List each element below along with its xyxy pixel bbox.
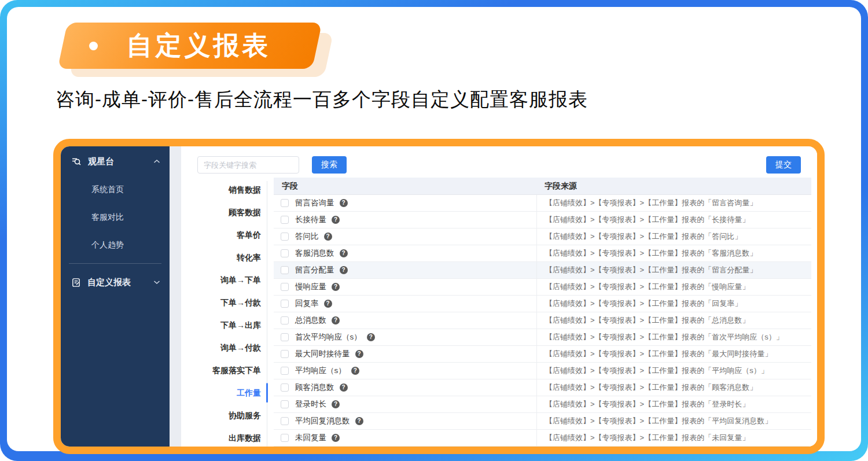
table-row: 总消息数?【店铺绩效】>【专项报表】>【工作量】报表的「总消息数」 <box>274 312 811 329</box>
help-question-icon[interactable]: ? <box>355 417 363 425</box>
category-item[interactable]: 转化率 <box>181 246 262 269</box>
table-row: 未回复量?【店铺绩效】>【专项报表】>【工作量】报表的「未回复量」 <box>274 430 811 447</box>
help-question-icon[interactable]: ? <box>332 400 340 408</box>
field-checkbox[interactable] <box>281 367 289 375</box>
field-checkbox[interactable] <box>281 283 289 291</box>
field-name: 长接待量 <box>295 215 326 225</box>
table-row: 最大同时接待量?【店铺绩效】>【专项报表】>【工作量】报表的「最大同时接待量」 <box>274 346 811 363</box>
help-question-icon[interactable]: ? <box>351 367 359 375</box>
field-checkbox[interactable] <box>281 350 289 358</box>
sidebar-group-label: 观星台 <box>88 156 114 167</box>
help-question-icon[interactable]: ? <box>332 434 340 442</box>
field-source: 【店铺绩效】>【专项报表】>【工作量】报表的「最大同时接待量」 <box>536 346 811 362</box>
table-row: 平均回复消息数?【店铺绩效】>【专项报表】>【工作量】报表的「平均回复消息数」 <box>274 413 811 430</box>
help-question-icon[interactable]: ? <box>324 233 332 241</box>
category-item[interactable]: 销售数据 <box>181 179 262 201</box>
category-item[interactable]: 下单→付款 <box>181 292 262 314</box>
chevron-down-icon <box>153 280 160 285</box>
category-item[interactable]: 顾客数据 <box>181 201 262 224</box>
main-content: 搜索 提交 销售数据顾客数据客单价转化率询单→下单下单→付款下单→出库询单→付款… <box>181 146 817 447</box>
sidebar-group-guanxingtai[interactable]: 观星台 <box>61 147 170 175</box>
category-item[interactable]: 出库数据 <box>181 427 262 449</box>
help-question-icon[interactable]: ? <box>367 333 375 341</box>
field-name: 回复率 <box>295 298 319 309</box>
field-source: 【店铺绩效】>【专项报表】>【工作量】报表的「平均响应（s）」 <box>536 363 811 379</box>
field-checkbox[interactable] <box>281 383 289 392</box>
field-source: 【店铺绩效】>【专项报表】>【工作量】报表的「留言咨询量」 <box>536 195 811 211</box>
field-checkbox[interactable] <box>281 300 289 308</box>
help-question-icon[interactable]: ? <box>332 283 340 291</box>
field-source: 【店铺绩效】>【专项报表】>【工作量】报表的「慢响应量」 <box>536 279 811 295</box>
category-item[interactable]: 下单→出库 <box>181 314 262 337</box>
table-header-row: 字段 字段来源 <box>274 178 811 195</box>
field-name: 首次平均响应（s） <box>295 332 362 342</box>
help-question-icon[interactable]: ? <box>340 199 348 207</box>
table-row: 客服消息数?【店铺绩效】>【专项报表】>【工作量】报表的「客服消息数」 <box>274 245 811 262</box>
help-question-icon[interactable]: ? <box>332 216 340 224</box>
table-row: 长接待量?【店铺绩效】>【专项报表】>【工作量】报表的「长接待量」 <box>274 212 811 228</box>
sidebar-item[interactable]: 客服对比 <box>61 203 170 231</box>
field-checkbox[interactable] <box>281 400 289 408</box>
field-checkbox[interactable] <box>281 434 289 442</box>
help-question-icon[interactable]: ? <box>340 266 348 274</box>
field-name: 总消息数 <box>295 315 326 326</box>
field-name: 留言分配量 <box>295 265 334 275</box>
column-header-field: 字段 <box>274 181 536 191</box>
category-item[interactable]: 协助服务 <box>181 404 262 427</box>
table-row: 平均响应（s）?【店铺绩效】>【专项报表】>【工作量】报表的「平均响应（s）」 <box>274 363 811 379</box>
table-row: 留言分配量?【店铺绩效】>【专项报表】>【工作量】报表的「留言分配量」 <box>274 262 811 279</box>
sidebar: 观星台 系统首页客服对比个人趋势 <box>61 146 170 447</box>
report-document-icon <box>71 278 81 287</box>
field-checkbox[interactable] <box>281 266 289 274</box>
help-question-icon[interactable]: ? <box>340 249 348 257</box>
help-question-icon[interactable]: ? <box>332 316 340 324</box>
scrollbar-gutter[interactable] <box>170 146 181 447</box>
field-name: 客服消息数 <box>295 248 334 259</box>
field-source: 【店铺绩效】>【专项报表】>【工作量】报表的「留言分配量」 <box>536 262 811 278</box>
sidebar-group-custom-report[interactable]: 自定义报表 <box>61 268 170 296</box>
field-checkbox[interactable] <box>281 199 289 207</box>
field-name: 平均回复消息数 <box>295 416 350 426</box>
column-header-source: 字段来源 <box>536 181 811 191</box>
field-name: 平均响应（s） <box>295 366 346 376</box>
category-list: 销售数据顾客数据客单价转化率询单→下单下单→付款下单→出库询单→付款客服落实下单… <box>181 179 262 449</box>
field-source: 【店铺绩效】>【专项报表】>【工作量】报表的「登录时长」 <box>536 396 811 412</box>
page-background: 自定义报表 咨询-成单-评价-售后全流程一百多个字段自定义配置客服报表 <box>7 7 861 451</box>
help-question-icon[interactable]: ? <box>355 350 363 358</box>
table-row: 慢响应量?【店铺绩效】>【专项报表】>【工作量】报表的「慢响应量」 <box>274 279 811 296</box>
field-source: 【店铺绩效】>【专项报表】>【工作量】报表的「答问比」 <box>536 228 811 245</box>
search-button[interactable]: 搜索 <box>312 156 347 174</box>
help-question-icon[interactable]: ? <box>324 300 332 308</box>
sidebar-item[interactable]: 系统首页 <box>61 175 170 203</box>
field-source: 【店铺绩效】>【专项报表】>【工作量】报表的「平均回复消息数」 <box>536 413 811 429</box>
field-keyword-search-input[interactable] <box>197 156 299 174</box>
sidebar-item[interactable]: 个人趋势 <box>61 231 170 259</box>
field-name: 留言咨询量 <box>295 198 334 208</box>
sidebar-divider <box>69 263 161 264</box>
field-checkbox[interactable] <box>281 233 289 241</box>
title-badge: 自定义报表 <box>62 23 324 70</box>
chevron-up-icon <box>153 159 160 164</box>
help-question-icon[interactable]: ? <box>340 383 348 392</box>
decorative-blue-frame: 自定义报表 咨询-成单-评价-售后全流程一百多个字段自定义配置客服报表 <box>0 0 868 461</box>
category-item[interactable]: 工作量 <box>181 382 262 404</box>
app-panel: 观星台 系统首页客服对比个人趋势 <box>53 139 825 454</box>
field-checkbox[interactable] <box>281 249 289 257</box>
field-checkbox[interactable] <box>281 417 289 425</box>
field-name: 最大同时接待量 <box>295 349 350 359</box>
field-checkbox[interactable] <box>281 316 289 324</box>
category-item[interactable]: 询单→付款 <box>181 337 262 359</box>
telescope-search-icon <box>71 156 82 167</box>
table-row: 顾客消息数?【店铺绩效】>【专项报表】>【工作量】报表的「顾客消息数」 <box>274 379 811 396</box>
submit-button[interactable]: 提交 <box>766 156 801 174</box>
category-item[interactable]: 询单→下单 <box>181 269 262 292</box>
table-row: 首次平均响应（s）?【店铺绩效】>【专项报表】>【工作量】报表的「首次平均响应（… <box>274 329 811 346</box>
field-checkbox[interactable] <box>281 216 289 224</box>
category-item[interactable]: 客服落实下单 <box>181 359 262 382</box>
field-name: 答问比 <box>295 231 319 242</box>
category-item[interactable]: 客单价 <box>181 224 262 246</box>
table-row: 答问比?【店铺绩效】>【专项报表】>【工作量】报表的「答问比」 <box>274 228 811 245</box>
category-divider <box>267 181 267 447</box>
field-checkbox[interactable] <box>281 333 289 341</box>
table-row: 回复率?【店铺绩效】>【专项报表】>【工作量】报表的「回复率」 <box>274 296 811 312</box>
